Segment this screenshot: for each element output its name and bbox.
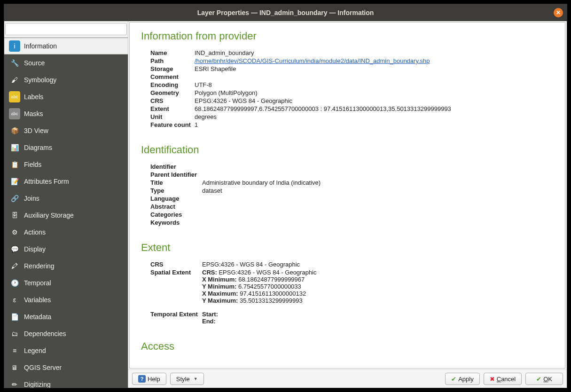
info-value xyxy=(202,171,554,178)
labels-icon: abc xyxy=(9,91,20,102)
sidebar-item-label: Labels xyxy=(24,93,43,101)
sidebar-item-symbology[interactable]: 🖌Symbology xyxy=(4,71,128,88)
source-icon: 🔧 xyxy=(9,57,20,69)
info-key: Language xyxy=(150,195,202,202)
dialog-window: Layer Properties — IND_admin_boundary — … xyxy=(4,4,567,388)
info-key: Abstract xyxy=(150,203,202,210)
attributes-form-icon: 📝 xyxy=(9,176,20,187)
sidebar-item-label: Fields xyxy=(24,161,41,168)
sidebar-item-source[interactable]: 🔧Source xyxy=(4,55,128,71)
info-value: Polygon (MultiPolygon) xyxy=(195,89,554,96)
symbology-icon: 🖌 xyxy=(9,74,20,86)
info-value xyxy=(195,73,554,80)
search-input[interactable] xyxy=(5,23,127,35)
sidebar-item-label: Information xyxy=(24,42,57,50)
cancel-icon: ✖ xyxy=(490,376,495,383)
sidebar-item-digitizing[interactable]: ✏Digitizing xyxy=(4,376,128,388)
digitizing-icon: ✏ xyxy=(9,379,20,388)
close-icon[interactable]: ✕ xyxy=(554,8,563,17)
info-key: Storage xyxy=(150,65,195,72)
sidebar: iInformation🔧Source🖌SymbologyabcLabelsab… xyxy=(4,38,128,388)
sidebar-item-label: Digitizing xyxy=(24,381,51,388)
spatial-extent-row: Spatial Extent CRS: EPSG:4326 - WGS 84 -… xyxy=(150,268,554,305)
sidebar-item-dependencies[interactable]: 🗂Dependencies xyxy=(4,325,128,342)
dependencies-icon: 🗂 xyxy=(9,328,20,339)
information-icon: i xyxy=(9,40,20,52)
help-button[interactable]: ? Help xyxy=(132,373,166,385)
info-key: Identifier xyxy=(150,163,202,170)
sidebar-item-fields[interactable]: 📋Fields xyxy=(4,156,128,173)
sidebar-item-temporal[interactable]: 🕐Temporal xyxy=(4,274,128,291)
info-key: CRS xyxy=(150,97,195,104)
info-key: Parent Identifier xyxy=(150,171,202,178)
display-icon: 💬 xyxy=(9,243,20,255)
info-row: Unitdegrees xyxy=(150,113,554,121)
sidebar-item-diagrams[interactable]: 📊Diagrams xyxy=(4,139,128,156)
info-value: /home/bnhr/dev/SCODA/GIS-Curriculum/indi… xyxy=(195,57,554,64)
info-row: Parent Identifier xyxy=(150,171,554,179)
info-key: Feature count xyxy=(150,121,195,128)
sidebar-item-auxiliary-storage[interactable]: 🗄Auxiliary Storage xyxy=(4,207,128,224)
info-value: ESRI Shapefile xyxy=(195,65,554,72)
ok-button[interactable]: ✔ OK xyxy=(525,373,563,385)
sidebar-item-actions[interactable]: ⚙Actions xyxy=(4,224,128,241)
sidebar-item-metadata[interactable]: 📄Metadata xyxy=(4,308,128,325)
sidebar-item-display[interactable]: 💬Display xyxy=(4,241,128,258)
sidebar-item-label: Diagrams xyxy=(24,144,52,151)
extent-crs-value: EPSG:4326 - WGS 84 - Geographic xyxy=(202,261,554,268)
apply-button[interactable]: ✔ Apply xyxy=(445,373,480,385)
sidebar-item-label: Variables xyxy=(24,296,51,304)
sidebar-container: 🔍 iInformation🔧Source🖌SymbologyabcLabels… xyxy=(4,21,128,388)
info-row: Keywords xyxy=(150,219,554,227)
se-ymax-k: Y Maximum: xyxy=(202,297,238,304)
sidebar-item-qgis-server[interactable]: 🖥QGIS Server xyxy=(4,359,128,376)
se-crs-k: CRS: xyxy=(202,269,217,276)
spatial-extent-label: Spatial Extent xyxy=(150,269,202,304)
style-button[interactable]: Style ▼ xyxy=(170,373,204,385)
sidebar-item-label: Masks xyxy=(24,110,43,118)
info-value: UTF-8 xyxy=(195,81,554,88)
auxiliary-storage-icon: 🗄 xyxy=(9,210,20,221)
info-value: dataset xyxy=(202,187,554,194)
sidebar-item-legend[interactable]: ≡Legend xyxy=(4,342,128,359)
se-xmin-k: X Minimum: xyxy=(202,276,237,283)
sidebar-item-label: Joins xyxy=(24,195,39,202)
info-value: degrees xyxy=(195,113,554,120)
sidebar-item-variables[interactable]: εVariables xyxy=(4,291,128,308)
sidebar-item-masks[interactable]: abcMasks xyxy=(4,105,128,122)
sidebar-item-rendering[interactable]: 🖍Rendering xyxy=(4,258,128,274)
path-link[interactable]: /home/bnhr/dev/SCODA/GIS-Curriculum/indi… xyxy=(195,57,430,64)
info-key: Title xyxy=(150,179,202,186)
info-row: Comment xyxy=(150,73,554,81)
info-row: EncodingUTF-8 xyxy=(150,81,554,89)
help-label: Help xyxy=(148,376,160,383)
sidebar-item-information[interactable]: iInformation xyxy=(4,38,128,55)
temporal-extent-row: Temporal Extent Start: End: xyxy=(150,310,554,325)
info-row: CRSEPSG:4326 - WGS 84 - Geographic xyxy=(150,97,554,105)
info-value xyxy=(202,219,554,226)
info-row: Abstract xyxy=(150,203,554,211)
info-value xyxy=(202,195,554,202)
info-key: Extent xyxy=(150,105,195,112)
sidebar-item-attributes-form[interactable]: 📝Attributes Form xyxy=(4,173,128,190)
info-value: 1 xyxy=(195,121,554,128)
temporal-extent-value: Start: End: xyxy=(202,311,554,325)
sidebar-item-label: Rendering xyxy=(24,262,55,270)
sidebar-item-label: Metadata xyxy=(24,313,51,321)
info-value: 68.1862487799999997,6.7542557700000003 :… xyxy=(195,105,554,112)
extent-crs-label: CRS xyxy=(150,261,202,268)
sidebar-item-labels[interactable]: abcLabels xyxy=(4,88,128,105)
sidebar-item-joins[interactable]: 🔗Joins xyxy=(4,190,128,207)
sidebar-item-3d-view[interactable]: 📦3D View xyxy=(4,122,128,139)
section-heading-extent: Extent xyxy=(141,242,554,254)
rendering-icon: 🖍 xyxy=(9,260,20,272)
cancel-button[interactable]: ✖ Cancel xyxy=(484,373,522,385)
sidebar-item-label: Legend xyxy=(24,347,46,354)
identification-table: IdentifierParent IdentifierTitleAdminist… xyxy=(141,163,554,227)
provider-table: NameIND_admin_boundaryPath/home/bnhr/dev… xyxy=(141,49,554,129)
info-value: Administrative boundary of India (indica… xyxy=(202,179,554,186)
info-value xyxy=(202,163,554,170)
button-bar: ? Help Style ▼ ✔ Apply ✖ Cancel ✔ xyxy=(128,369,567,388)
section-heading-identification: Identification xyxy=(141,144,554,156)
info-value: EPSG:4326 - WGS 84 - Geographic xyxy=(195,97,554,104)
